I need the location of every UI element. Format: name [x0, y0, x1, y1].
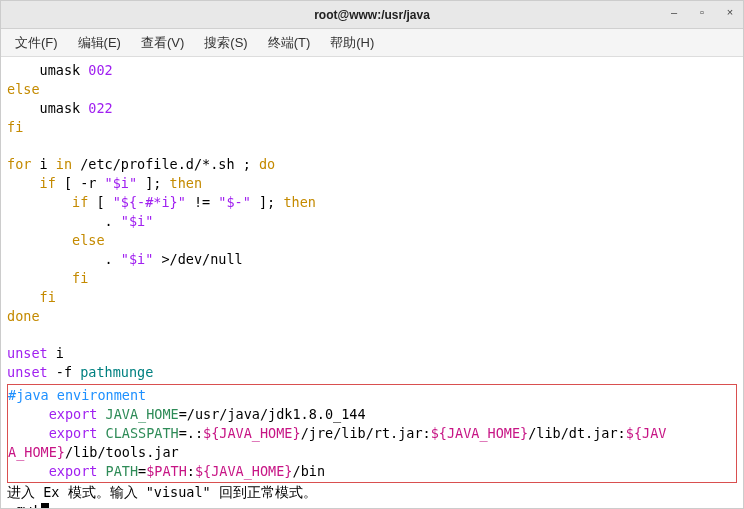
code-line: else [7, 231, 737, 250]
code-line: export CLASSPATH=.:${JAVA_HOME}/jre/lib/… [8, 424, 736, 443]
code-line: export JAVA_HOME=/usr/java/jdk1.8.0_144 [8, 405, 736, 424]
highlighted-region: #java environment export JAVA_HOME=/usr/… [7, 384, 737, 482]
code-line: unset -f pathmunge [7, 363, 737, 382]
code-line [7, 137, 737, 156]
vim-status-message: 进入 Ex 模式。输入 "visual" 回到正常模式。 [7, 483, 737, 502]
titlebar: root@www:/usr/java – ▫ × [1, 1, 743, 29]
code-line: . "$i" [7, 212, 737, 231]
minimize-button[interactable]: – [667, 5, 681, 19]
close-button[interactable]: × [723, 5, 737, 19]
terminal-window: root@www:/usr/java – ▫ × 文件(F) 编辑(E) 查看(… [0, 0, 744, 509]
cursor-icon [41, 503, 49, 508]
code-line [7, 325, 737, 344]
menu-file[interactable]: 文件(F) [7, 31, 66, 55]
vim-command-line[interactable]: :qw! [7, 501, 737, 508]
code-line: A_HOME}/lib/tools.jar [8, 443, 736, 462]
code-line: else [7, 80, 737, 99]
terminal-content[interactable]: umask 002 else umask 022 fi for i in /et… [1, 57, 743, 508]
code-line: umask 002 [7, 61, 737, 80]
menubar: 文件(F) 编辑(E) 查看(V) 搜索(S) 终端(T) 帮助(H) [1, 29, 743, 57]
code-line: fi [7, 288, 737, 307]
window-title: root@www:/usr/java [314, 8, 430, 22]
menu-terminal[interactable]: 终端(T) [260, 31, 319, 55]
code-line: . "$i" >/dev/null [7, 250, 737, 269]
menu-help[interactable]: 帮助(H) [322, 31, 382, 55]
window-controls: – ▫ × [667, 5, 737, 19]
maximize-button[interactable]: ▫ [695, 5, 709, 19]
code-line: if [ -r "$i" ]; then [7, 174, 737, 193]
menu-search[interactable]: 搜索(S) [196, 31, 255, 55]
code-line: umask 022 [7, 99, 737, 118]
code-line: export PATH=$PATH:${JAVA_HOME}/bin [8, 462, 736, 481]
code-line: if [ "${-#*i}" != "$-" ]; then [7, 193, 737, 212]
code-line: unset i [7, 344, 737, 363]
code-line: fi [7, 269, 737, 288]
menu-edit[interactable]: 编辑(E) [70, 31, 129, 55]
code-line: fi [7, 118, 737, 137]
code-line: done [7, 307, 737, 326]
code-line: for i in /etc/profile.d/*.sh ; do [7, 155, 737, 174]
menu-view[interactable]: 查看(V) [133, 31, 192, 55]
code-line: #java environment [8, 386, 736, 405]
